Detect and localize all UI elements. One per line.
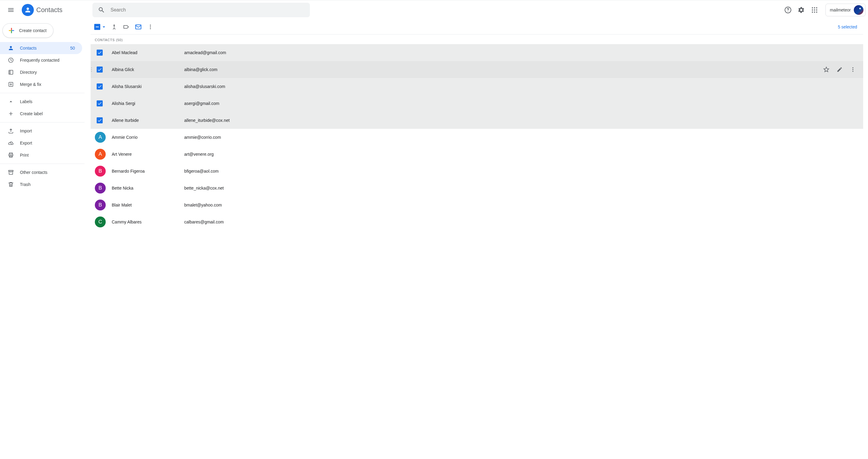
create-contact-button[interactable]: Create contact [2,23,54,38]
merge-button[interactable] [108,21,120,33]
row-checkbox[interactable] [97,101,103,107]
sidebar-item-contacts[interactable]: Contacts 50 [0,42,82,54]
sidebar-item-import[interactable]: Import [0,125,82,137]
check-icon [97,101,102,106]
print-icon [8,152,14,158]
contact-email: calbares@gmail.com [184,220,859,224]
sidebar-labels-label: Labels [20,99,32,104]
contact-name: Bernardo Figeroa [112,169,184,174]
svg-point-6 [814,9,815,10]
contact-row[interactable]: BBlair Maletbmalet@yahoo.com [91,197,863,213]
sidebar-contacts-count: 50 [70,46,75,51]
search-input[interactable] [108,7,307,13]
contact-avatar[interactable]: A [95,132,106,143]
svg-point-5 [812,9,813,10]
label-button[interactable] [120,21,132,33]
account-avatar-icon [854,5,864,15]
sidebar-item-merge[interactable]: Merge & fix [0,78,82,90]
contact-avatar[interactable]: B [95,166,106,177]
sidebar-contacts-label: Contacts [20,46,36,51]
sidebar-item-directory[interactable]: Directory [0,66,82,78]
contact-avatar[interactable]: C [95,217,106,227]
svg-point-36 [91,71,92,72]
contact-list[interactable]: Abel Macleadamaclead@gmail.comAlbina Gli… [91,44,863,459]
sidebar-frequent-label: Frequently contacted [20,58,60,63]
contact-email: alisha@slusarski.com [184,84,859,89]
search-box[interactable] [92,3,310,17]
sidebar-item-export[interactable]: Export [0,137,82,149]
contact-email: asergi@gmail.com [184,101,859,106]
contact-row[interactable]: Albina Glickalbina@glick.com [91,61,863,78]
sidebar-print-label: Print [20,153,29,157]
svg-point-20 [150,26,151,27]
svg-point-4 [816,7,817,8]
sidebar-item-labels[interactable]: Labels [0,95,82,108]
sidebar-item-frequent[interactable]: Frequently contacted [0,54,82,66]
svg-rect-11 [9,70,13,74]
contact-email: albina@glick.com [184,67,820,72]
star-button[interactable] [820,63,832,76]
contact-avatar[interactable]: A [95,149,106,160]
contact-row[interactable]: BBernardo Figeroabfigeroa@aol.com [91,163,863,180]
more-button[interactable] [144,21,156,33]
list-header: CONTACTS (50) [91,34,863,44]
svg-point-2 [812,7,813,8]
gear-icon [798,6,805,13]
contact-row[interactable]: CCammy Albarescalbares@gmail.com [91,213,863,230]
merge-contacts-icon [111,24,118,30]
more-vert-icon [147,24,153,30]
contact-row[interactable]: AAmmie Corrioammie@corrio.com [91,129,863,146]
contact-row[interactable]: BBette Nickabette_nicka@cox.net [91,180,863,197]
contact-name: Bette Nicka [112,185,184,191]
sidebar-item-create-label[interactable]: Create label [0,108,82,120]
contact-email: bmalet@yahoo.com [184,203,859,207]
contact-row[interactable]: Alishia Sergiasergi@gmail.com [91,95,863,112]
drag-handle-icon[interactable] [91,66,92,73]
check-icon [97,84,102,89]
contact-row[interactable]: Allene Iturbideallene_iturbide@cox.net [91,112,863,129]
upload-icon [8,128,14,134]
svg-point-34 [91,69,92,70]
apps-button[interactable] [808,4,820,16]
cloud-icon [8,140,14,146]
contact-name: Ammie Corrio [112,135,184,140]
apps-grid-icon [811,6,818,13]
select-all-control[interactable] [94,24,107,30]
contact-row[interactable]: Abel Macleadamaclead@gmail.com [91,44,863,61]
row-checkbox[interactable] [97,66,103,73]
account-chip[interactable]: mailmeteor [826,4,866,16]
help-button[interactable] [782,4,794,16]
row-checkbox[interactable] [97,117,103,123]
edit-button[interactable] [834,63,846,76]
contact-avatar[interactable]: B [95,200,106,210]
sidebar-item-trash[interactable]: Trash [0,178,82,191]
directory-icon [8,69,14,75]
star-icon [823,66,829,73]
check-icon [97,50,102,55]
sidebar-import-label: Import [20,128,32,133]
contact-row[interactable]: Alisha Slusarskialisha@slusarski.com [91,78,863,95]
contact-avatar[interactable]: B [95,183,106,194]
row-checkbox[interactable] [97,50,103,56]
svg-point-32 [91,67,92,68]
sidebar-item-other[interactable]: Other contacts [0,166,82,178]
contact-name: Alisha Slusarski [112,84,184,89]
svg-point-21 [150,28,151,29]
contact-row[interactable]: AArt Venereart@venere.org [91,146,863,163]
app-logo[interactable]: Contacts [19,4,89,16]
row-checkbox[interactable] [97,83,103,89]
plus-icon [7,27,16,34]
contact-name: Cammy Albares [112,220,184,224]
svg-rect-17 [9,171,13,174]
settings-button[interactable] [795,4,807,16]
sidebar-item-print[interactable]: Print [0,149,82,161]
contact-email: bette_nicka@cox.net [184,185,859,191]
main-menu-button[interactable] [4,3,18,17]
contact-name: Abel Maclead [112,50,184,55]
email-button[interactable] [132,21,144,33]
sidebar-other-label: Other contacts [20,170,48,175]
row-more-button[interactable] [847,63,859,76]
history-icon [8,57,14,63]
contact-name: Art Venere [112,152,184,156]
search-icon [98,6,105,13]
